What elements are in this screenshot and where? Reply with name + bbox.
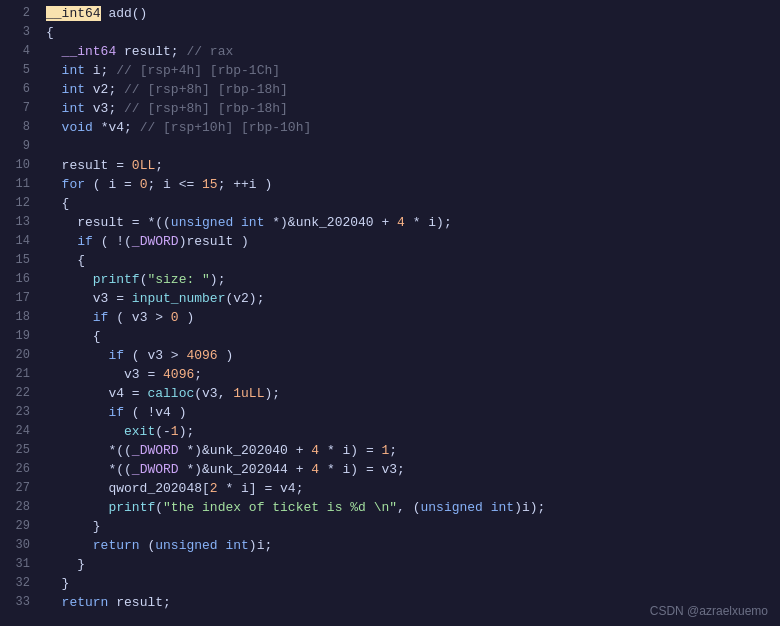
line-number: 20	[8, 346, 30, 365]
code-token: // rax	[186, 44, 233, 59]
code-line: 16 printf("size: ");	[0, 270, 780, 289]
watermark: CSDN @azraelxuemo	[650, 604, 768, 618]
line-content: result = 0LL;	[46, 156, 772, 175]
code-token: // [rsp+8h] [rbp-18h]	[124, 101, 288, 116]
code-token: // [rsp+4h] [rbp-1Ch]	[116, 63, 280, 78]
code-token: *)&unk_202044 +	[179, 462, 312, 477]
code-token: add()	[101, 6, 148, 21]
code-token: );	[264, 386, 280, 401]
line-content: v3 = 4096;	[46, 365, 772, 384]
code-line: 4 __int64 result; // rax	[0, 42, 780, 61]
code-token: *v4;	[93, 120, 140, 135]
code-token: 0	[171, 310, 179, 325]
line-number: 11	[8, 175, 30, 194]
line-number: 24	[8, 422, 30, 441]
line-content: {	[46, 327, 772, 346]
code-token: v4 =	[46, 386, 147, 401]
code-line: 9	[0, 137, 780, 156]
line-content: v3 = input_number(v2);	[46, 289, 772, 308]
line-content: int v3; // [rsp+8h] [rbp-18h]	[46, 99, 772, 118]
line-content: printf("the index of ticket is %d \n", (…	[46, 498, 772, 517]
code-token: *)&unk_202040 +	[264, 215, 397, 230]
code-token: exit	[124, 424, 155, 439]
code-token: __int64	[46, 6, 101, 21]
code-token: {	[46, 196, 69, 211]
code-token: int	[62, 63, 85, 78]
line-content: *((_DWORD *)&unk_202040 + 4 * i) = 1;	[46, 441, 772, 460]
code-token: unsigned int	[171, 215, 265, 230]
line-number: 2	[8, 4, 30, 23]
code-token: )i;	[249, 538, 272, 553]
line-content: if ( v3 > 4096 )	[46, 346, 772, 365]
code-token: if	[93, 310, 109, 325]
line-number: 3	[8, 23, 30, 42]
code-token: ( !v4 )	[124, 405, 186, 420]
line-number: 32	[8, 574, 30, 593]
code-line: 22 v4 = calloc(v3, 1uLL);	[0, 384, 780, 403]
line-number: 19	[8, 327, 30, 346]
line-number: 33	[8, 593, 30, 612]
code-token: i;	[85, 63, 116, 78]
code-line: 13 result = *((unsigned int *)&unk_20204…	[0, 213, 780, 232]
line-number: 4	[8, 42, 30, 61]
code-token: result;	[108, 595, 170, 610]
code-line: 20 if ( v3 > 4096 )	[0, 346, 780, 365]
line-content: exit(-1);	[46, 422, 772, 441]
code-line: 31 }	[0, 555, 780, 574]
line-content: v4 = calloc(v3, 1uLL);	[46, 384, 772, 403]
code-token: 1	[171, 424, 179, 439]
code-token: ( v3 >	[124, 348, 186, 363]
code-token: }	[46, 519, 101, 534]
line-number: 28	[8, 498, 30, 517]
code-token: * i);	[405, 215, 452, 230]
code-token: ( !(	[93, 234, 132, 249]
code-token: int	[62, 101, 85, 116]
code-line: 15 {	[0, 251, 780, 270]
code-token: }	[46, 576, 69, 591]
code-token: _DWORD	[132, 234, 179, 249]
line-number: 6	[8, 80, 30, 99]
line-content: {	[46, 194, 772, 213]
code-token: )result )	[179, 234, 249, 249]
code-line: 25 *((_DWORD *)&unk_202040 + 4 * i) = 1;	[0, 441, 780, 460]
line-content: void *v4; // [rsp+10h] [rbp-10h]	[46, 118, 772, 137]
code-token: );	[210, 272, 226, 287]
line-content: qword_202048[2 * i] = v4;	[46, 479, 772, 498]
line-number: 16	[8, 270, 30, 289]
code-line: 6 int v2; // [rsp+8h] [rbp-18h]	[0, 80, 780, 99]
code-token: 2	[210, 481, 218, 496]
code-token: result = *((	[46, 215, 171, 230]
code-token: )i);	[514, 500, 545, 515]
line-content: {	[46, 251, 772, 270]
code-token: 15	[202, 177, 218, 192]
code-token: _DWORD	[132, 462, 179, 477]
code-token: result;	[116, 44, 186, 59]
code-line: 7 int v3; // [rsp+8h] [rbp-18h]	[0, 99, 780, 118]
code-token: );	[179, 424, 195, 439]
code-token: v2;	[85, 82, 124, 97]
code-token: _DWORD	[132, 443, 179, 458]
code-token: ( i =	[85, 177, 140, 192]
code-token: input_number	[132, 291, 226, 306]
code-block: 2__int64 add()3{4 __int64 result; // rax…	[0, 0, 780, 616]
code-token: printf	[108, 500, 155, 515]
line-content: }	[46, 555, 772, 574]
code-token: ;	[155, 158, 163, 173]
code-token: 4	[311, 462, 319, 477]
code-token: * i) = v3;	[319, 462, 405, 477]
code-line: 11 for ( i = 0; i <= 15; ++i )	[0, 175, 780, 194]
line-content: }	[46, 574, 772, 593]
code-token: * i] = v4;	[218, 481, 304, 496]
code-token: {	[46, 329, 101, 344]
line-number: 31	[8, 555, 30, 574]
line-content: for ( i = 0; i <= 15; ++i )	[46, 175, 772, 194]
line-content: }	[46, 517, 772, 536]
code-token: v3;	[85, 101, 124, 116]
line-content: printf("size: ");	[46, 270, 772, 289]
line-content: int i; // [rsp+4h] [rbp-1Ch]	[46, 61, 772, 80]
code-token: 0LL	[132, 158, 155, 173]
code-token: return	[93, 538, 140, 553]
code-line: 2__int64 add()	[0, 4, 780, 23]
line-number: 12	[8, 194, 30, 213]
line-number: 14	[8, 232, 30, 251]
